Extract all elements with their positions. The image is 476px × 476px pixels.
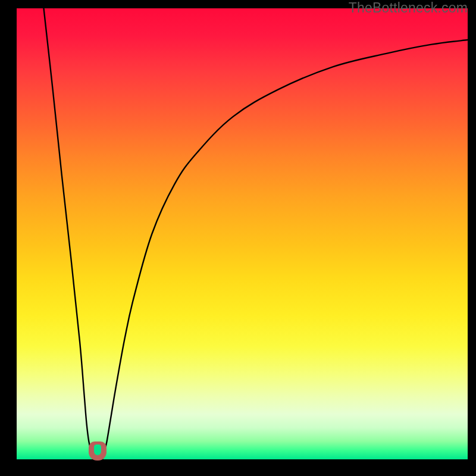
chart-frame: TheBottleneck.com bbox=[0, 0, 476, 476]
curve-layer bbox=[17, 8, 468, 459]
trough-marker bbox=[89, 441, 107, 461]
left-curve bbox=[43, 8, 93, 459]
right-curve bbox=[102, 40, 468, 459]
watermark-text: TheBottleneck.com bbox=[349, 0, 468, 16]
plot-area bbox=[17, 8, 468, 459]
